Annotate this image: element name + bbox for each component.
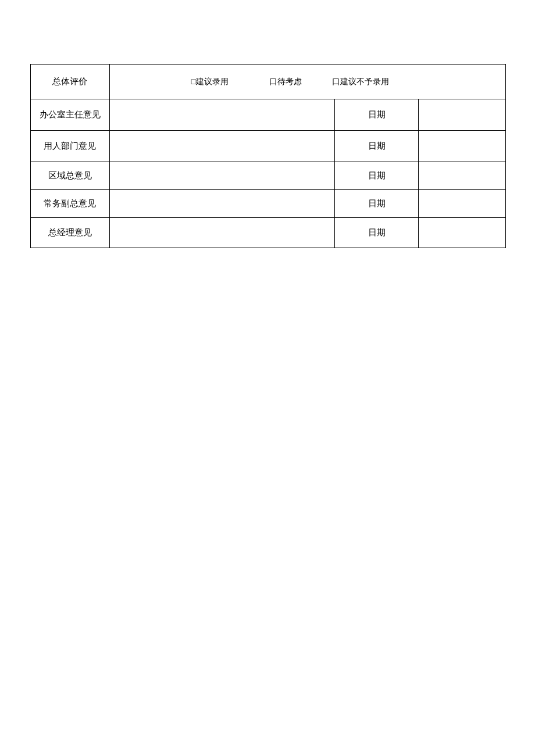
label-executive-vp-date: 日期 <box>335 190 419 218</box>
cell-department-date <box>419 131 506 162</box>
cell-regional-opinion <box>109 162 335 190</box>
label-office-director: 办公室主任意见 <box>31 99 110 131</box>
option-recommend-hire: □建议录用 <box>191 77 229 87</box>
cell-evaluation-options: □建议录用 口待考虑 口建议不予录用 <box>109 65 505 99</box>
label-general-manager: 总经理意见 <box>31 218 110 248</box>
option-not-recommend: 口建议不予录用 <box>332 77 389 87</box>
approval-table: 总体评价 □建议录用 口待考虑 口建议不予录用 办公室主任意见 日期 用人部门意… <box>30 64 506 248</box>
cell-executive-vp-opinion <box>109 190 335 218</box>
option-pending: 口待考虑 <box>269 77 302 87</box>
row-department: 用人部门意见 日期 <box>31 131 506 162</box>
cell-office-director-date <box>419 99 506 131</box>
cell-executive-vp-date <box>419 190 506 218</box>
approval-table-container: 总体评价 □建议录用 口待考虑 口建议不予录用 办公室主任意见 日期 用人部门意… <box>30 64 506 248</box>
cell-office-director-opinion <box>109 99 335 131</box>
label-overall-evaluation: 总体评价 <box>31 65 110 99</box>
row-general-manager: 总经理意见 日期 <box>31 218 506 248</box>
label-general-manager-date: 日期 <box>335 218 419 248</box>
row-office-director: 办公室主任意见 日期 <box>31 99 506 131</box>
label-department: 用人部门意见 <box>31 131 110 162</box>
label-executive-vp: 常务副总意见 <box>31 190 110 218</box>
row-regional: 区域总意见 日期 <box>31 162 506 190</box>
cell-regional-date <box>419 162 506 190</box>
label-office-director-date: 日期 <box>335 99 419 131</box>
label-regional: 区域总意见 <box>31 162 110 190</box>
cell-general-manager-opinion <box>109 218 335 248</box>
label-regional-date: 日期 <box>335 162 419 190</box>
row-executive-vp: 常务副总意见 日期 <box>31 190 506 218</box>
cell-general-manager-date <box>419 218 506 248</box>
label-department-date: 日期 <box>335 131 419 162</box>
cell-department-opinion <box>109 131 335 162</box>
row-overall-evaluation: 总体评价 □建议录用 口待考虑 口建议不予录用 <box>31 65 506 99</box>
